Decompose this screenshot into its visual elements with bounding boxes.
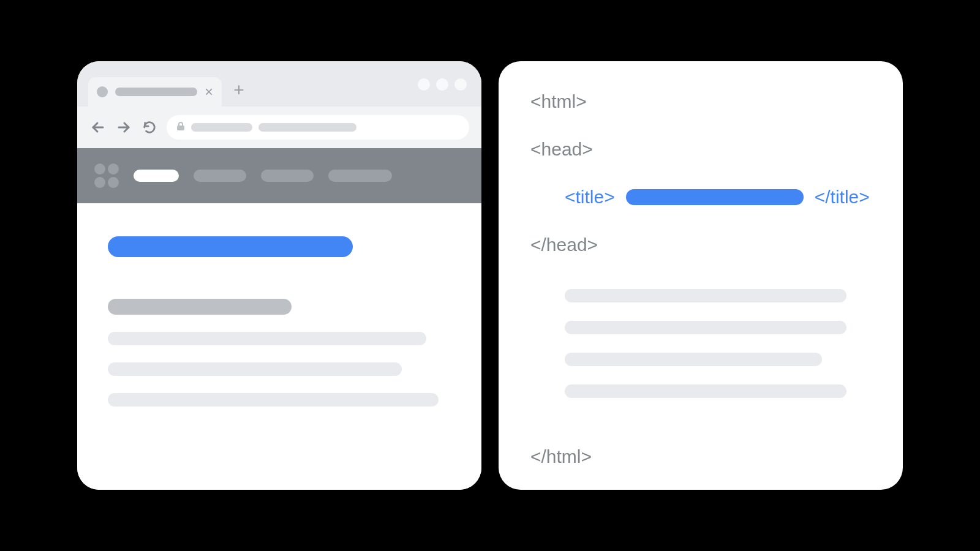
page-title-placeholder: [108, 236, 353, 257]
nav-item-active[interactable]: [134, 170, 179, 182]
lock-icon: [176, 121, 185, 133]
favicon-placeholder-icon: [97, 86, 108, 97]
nav-item[interactable]: [194, 170, 246, 182]
svg-rect-2: [177, 126, 184, 130]
window-control-dot[interactable]: [454, 78, 467, 91]
tab-strip: × +: [77, 61, 481, 107]
code-body-placeholder: [530, 289, 871, 416]
code-tag-title-open: <title>: [565, 186, 615, 208]
address-bar[interactable]: [167, 115, 469, 140]
app-logo-icon: [94, 163, 119, 188]
nav-item[interactable]: [328, 170, 392, 182]
browser-toolbar: [77, 107, 481, 148]
title-content-placeholder: [626, 189, 804, 205]
arrow-right-icon: [116, 120, 131, 135]
code-tag-html-close: </html>: [530, 446, 871, 468]
body-line-placeholder: [565, 321, 846, 334]
code-tag-title-close: </title>: [815, 186, 870, 208]
window-control-dot[interactable]: [436, 78, 448, 91]
browser-tab[interactable]: ×: [88, 77, 222, 107]
window-controls: [418, 78, 467, 91]
arrow-left-icon: [91, 120, 105, 135]
paragraph-line-placeholder: [108, 393, 439, 407]
body-line-placeholder: [565, 353, 822, 366]
forward-button[interactable]: [115, 119, 132, 136]
code-tag-head-open: <head>: [530, 138, 871, 160]
paragraph-line-placeholder: [108, 362, 402, 376]
html-source-card: <html> <head> <title> </title> </head> <…: [499, 61, 903, 490]
body-line-placeholder: [565, 289, 846, 302]
code-tag-head-close: </head>: [530, 234, 871, 256]
reload-button[interactable]: [141, 119, 158, 136]
paragraph-line-placeholder: [108, 332, 426, 345]
nav-item[interactable]: [261, 170, 314, 182]
code-title-line: <title> </title>: [530, 186, 871, 208]
page-content: [77, 203, 481, 490]
close-tab-icon[interactable]: ×: [205, 84, 213, 99]
site-header: [77, 148, 481, 203]
url-segment-placeholder: [258, 123, 356, 132]
browser-window: × +: [77, 61, 481, 490]
back-button[interactable]: [89, 119, 107, 136]
window-control-dot[interactable]: [418, 78, 430, 91]
new-tab-button[interactable]: +: [230, 80, 247, 100]
tab-title-placeholder: [115, 88, 197, 96]
reload-icon: [143, 121, 156, 134]
section-heading-placeholder: [108, 299, 292, 315]
url-segment-placeholder: [191, 123, 252, 132]
body-line-placeholder: [565, 384, 846, 398]
code-tag-html-open: <html>: [530, 91, 871, 113]
